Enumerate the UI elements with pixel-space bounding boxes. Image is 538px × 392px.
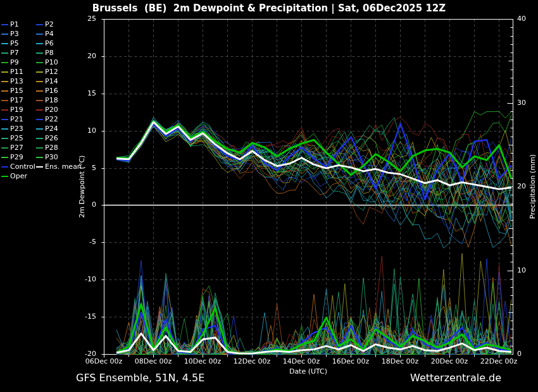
legend-label: P9 [10,59,19,66]
legend-item-p22: P22 [36,116,58,123]
legend-line-swatch [36,62,43,63]
legend-line-swatch [1,157,8,158]
y-left-tick-label: 15 [67,89,96,98]
legend-line-swatch [36,147,43,149]
x-tick-label: 10Dec 00z [180,357,225,365]
legend-line-swatch [1,81,8,82]
legend-line-swatch [1,128,8,130]
legend-line-swatch [1,71,8,73]
x-axis-title: Date (UTC) [270,367,346,376]
legend-label: P17 [10,97,23,104]
x-tick-label: 22Dec 00z [476,357,522,365]
legend-line-swatch [36,109,43,111]
legend-item-p10: P10 [36,59,58,66]
legend-item-p5: P5 [1,40,19,47]
legend-line-swatch [1,176,8,177]
legend-item-p20: P20 [36,106,58,114]
legend-item-p6: P6 [36,40,54,47]
legend-label: P23 [10,125,23,133]
y-left-tick-label: -5 [67,238,96,247]
x-tick-label: 08Dec 00z [130,357,176,365]
y-left-tick-label: 10 [67,126,96,135]
legend-line-swatch [1,43,8,44]
legend-line-swatch [36,138,43,139]
legend-line-swatch [36,24,43,25]
legend-item-p9: P9 [1,59,19,66]
legend-label: P1 [10,21,19,28]
x-tick-label: 20Dec 00z [427,357,472,365]
legend-item-p30: P30 [36,154,58,161]
legend-item-p8: P8 [36,49,54,57]
y-right-tick-label: 40 [517,15,526,23]
legend-line-swatch [36,166,43,168]
y-left-tick-label: -10 [67,275,96,284]
y-right-tick-label: 10 [517,266,526,275]
legend-label: P3 [10,30,19,38]
x-tick-label: 12Dec 00z [229,357,275,365]
y-left-tick-label: 20 [67,52,96,61]
legend-label: Oper [10,173,27,180]
y-left-tick-label: 5 [67,164,96,173]
legend-item-p23: P23 [1,125,23,133]
legend-line-swatch [1,34,8,35]
chart-title: Brussels (BE) 2m Dewpoint & Precipitatio… [0,3,538,14]
legend-label: Control [10,163,35,171]
legend-label: P25 [10,135,23,142]
legend-label: P11 [10,68,23,76]
legend-item-p19: P19 [1,106,23,114]
legend-line-swatch [36,71,43,73]
legend-label: P21 [10,116,23,123]
meteogram-page: { "title": "Brussels (BE) 2m Dewpoint & … [0,0,538,392]
legend-item-p25: P25 [1,135,23,142]
legend-label: P18 [45,97,58,104]
legend-item-p4: P4 [36,30,54,38]
model-info-text: GFS Ensemble, 51N, 4.5E [76,372,204,384]
legend-label: P20 [45,106,58,114]
legend-line-swatch [1,166,8,168]
legend-item-p28: P28 [36,144,58,152]
x-tick-label: 18Dec 00z [377,357,423,365]
legend-label: P12 [45,68,58,76]
legend-label: P15 [10,87,23,95]
legend-line-swatch [1,100,8,101]
legend-label: P13 [10,78,23,85]
legend-item-control: Control [1,163,35,171]
legend-label: P26 [45,135,58,142]
legend-line-swatch [1,52,8,54]
legend-label: P10 [45,59,58,66]
legend-item-oper: Oper [1,173,27,180]
x-tick-label: 06Dec 00z [81,357,127,365]
y-left-tick-label: -15 [67,312,96,321]
y-left-tick-label: 25 [67,15,96,23]
legend-item-p2: P2 [36,21,54,28]
legend-item-p16: P16 [36,87,58,95]
legend-label: P7 [10,49,19,57]
legend-item-p26: P26 [36,135,58,142]
legend-label: P29 [10,154,23,161]
legend-label: P27 [10,144,23,152]
legend-item-p17: P17 [1,97,23,104]
x-tick-label: 14Dec 00z [278,357,324,365]
legend-line-swatch [1,109,8,111]
legend-line-swatch [36,128,43,130]
legend-label: P4 [45,30,54,38]
legend-item-p21: P21 [1,116,23,123]
y-axis-right-title: Precipitation (mm) [529,154,537,219]
legend-line-swatch [36,90,43,92]
site-credit-text: Wetterzentrale.de [410,372,501,384]
legend-line-swatch [1,119,8,120]
y-right-tick-label: 20 [517,182,526,191]
legend-line-swatch [36,43,43,44]
legend-item-p12: P12 [36,68,58,76]
legend-line-swatch [36,81,43,82]
legend-label: P14 [45,78,58,85]
legend-item-p13: P13 [1,78,23,85]
legend-label: P6 [45,40,54,47]
legend-line-swatch [36,119,43,120]
y-left-tick-label: 0 [67,200,96,209]
legend-item-p29: P29 [1,154,23,161]
legend-line-swatch [1,24,8,25]
legend-item-p1: P1 [1,21,19,28]
y-right-tick-label: 30 [517,99,526,107]
x-tick-label: 16Dec 00z [328,357,373,365]
